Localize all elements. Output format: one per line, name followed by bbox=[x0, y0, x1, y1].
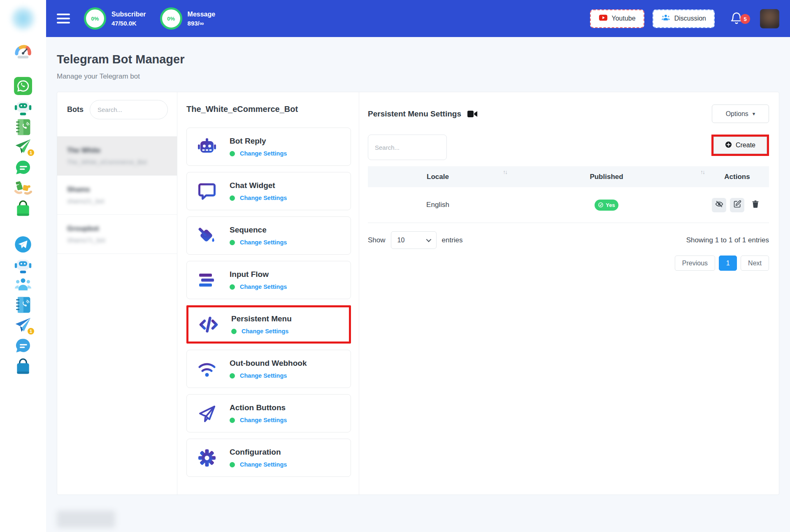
subscriber-progress-ring: 0% bbox=[84, 7, 106, 30]
feature-card-out-bound-webhook[interactable]: Out-bound WebhookChange Settings bbox=[186, 350, 351, 388]
integrations-icon[interactable] bbox=[14, 179, 32, 197]
user-avatar[interactable] bbox=[760, 9, 779, 28]
whatsapp-shop-icon[interactable] bbox=[14, 200, 32, 218]
main-content: Telegram Bot Manager Manage your Telegra… bbox=[46, 37, 790, 532]
message-percent: 0% bbox=[167, 16, 175, 22]
message-value: 893/∞ bbox=[188, 20, 216, 27]
subscriber-value: 47/50.0K bbox=[112, 20, 146, 27]
feature-title: Bot Reply bbox=[230, 137, 287, 146]
top-navbar: 0% Subscriber 47/50.0K 0% Message 893/∞ … bbox=[46, 0, 790, 37]
create-button[interactable]: Create bbox=[713, 137, 767, 154]
change-settings-link[interactable]: Change Settings bbox=[240, 283, 287, 290]
bots-list: The WhiteThe_White_eCommerce_BotShamssha… bbox=[57, 136, 177, 254]
message-label: Message bbox=[188, 11, 216, 18]
pagination: Previous 1 Next bbox=[368, 256, 769, 271]
settings-column: Persistent Menu Settings Options ▾ bbox=[359, 92, 779, 495]
feature-card-configuration[interactable]: ConfigurationChange Settings bbox=[186, 439, 351, 477]
locale-cell: English bbox=[368, 201, 508, 209]
entries-label: entries bbox=[442, 236, 463, 244]
bot-list-item[interactable]: GroupbotShams71_bot bbox=[57, 215, 177, 254]
whatsapp-chat-icon[interactable] bbox=[14, 159, 32, 177]
page-size-select[interactable]: 10 bbox=[391, 231, 437, 249]
edit-action-button[interactable] bbox=[730, 198, 744, 212]
bot-name: Shams bbox=[67, 186, 167, 194]
input-flow-icon bbox=[196, 270, 218, 290]
previous-page-button[interactable]: Previous bbox=[675, 256, 715, 271]
showing-entries-text: Showing 1 to 1 of 1 entries bbox=[686, 236, 769, 244]
eye-slash-icon bbox=[715, 200, 723, 210]
create-button-label: Create bbox=[736, 142, 755, 149]
chevron-down-icon: ▾ bbox=[753, 111, 755, 117]
count-badge: 1 bbox=[27, 327, 35, 335]
menu-search-input[interactable] bbox=[368, 135, 447, 160]
bots-heading: Bots bbox=[67, 105, 84, 114]
feature-card-persistent-menu[interactable]: Persistent MenuChange Settings bbox=[186, 305, 351, 344]
hide-action-button[interactable] bbox=[712, 198, 726, 212]
change-settings-link[interactable]: Change Settings bbox=[242, 328, 288, 335]
telegram-shop-icon[interactable] bbox=[14, 358, 32, 376]
status-dot bbox=[230, 284, 235, 290]
subscriber-stat: 0% Subscriber 47/50.0K bbox=[84, 7, 146, 30]
status-dot bbox=[230, 418, 235, 423]
whatsapp-contacts-icon[interactable] bbox=[14, 118, 32, 136]
delete-action-button[interactable] bbox=[748, 198, 762, 212]
table-body: EnglishYes bbox=[368, 187, 769, 223]
status-dot bbox=[230, 240, 235, 245]
options-button[interactable]: Options ▾ bbox=[712, 105, 769, 123]
feature-title: Sequence bbox=[230, 225, 287, 235]
youtube-icon bbox=[599, 13, 608, 24]
bot-list-item[interactable]: Shamsshams21_bot bbox=[57, 176, 177, 215]
column-header-actions: Actions bbox=[705, 173, 769, 181]
edit-icon bbox=[733, 200, 741, 210]
locales-table: Locale ↑↓ Published ↑↓ Actions EnglishYe… bbox=[368, 166, 769, 223]
feature-title: Configuration bbox=[230, 448, 287, 457]
video-tutorial-icon[interactable] bbox=[467, 110, 478, 118]
change-settings-link[interactable]: Change Settings bbox=[240, 150, 287, 157]
feature-card-input-flow[interactable]: Input FlowChange Settings bbox=[186, 261, 351, 299]
telegram-chat-icon[interactable] bbox=[14, 337, 32, 355]
youtube-button-label: Youtube bbox=[612, 15, 636, 22]
app-logo[interactable] bbox=[10, 5, 36, 32]
telegram-icon[interactable] bbox=[14, 235, 32, 253]
change-settings-link[interactable]: Change Settings bbox=[240, 372, 287, 379]
bot-list-item[interactable]: The WhiteThe_White_eCommerce_Bot bbox=[57, 137, 177, 176]
table-row: EnglishYes bbox=[368, 187, 769, 223]
telegram-broadcast-icon[interactable]: 1 bbox=[14, 316, 32, 334]
bot-username: Shams71_bot bbox=[67, 237, 167, 244]
whatsapp-bot-icon[interactable] bbox=[14, 98, 32, 116]
notifications-bell[interactable]: 5 bbox=[730, 12, 744, 26]
bots-search-input[interactable] bbox=[90, 100, 168, 119]
column-header-published: Published ↑↓ bbox=[508, 173, 705, 181]
status-dot bbox=[230, 462, 235, 467]
page-subtitle: Manage your Telegram bot bbox=[57, 72, 779, 81]
change-settings-link[interactable]: Change Settings bbox=[240, 195, 287, 201]
youtube-button[interactable]: Youtube bbox=[590, 9, 644, 28]
page-title: Telegram Bot Manager bbox=[57, 53, 779, 66]
table-header: Locale ↑↓ Published ↑↓ Actions bbox=[368, 166, 769, 187]
bots-column: Bots The WhiteThe_White_eCommerce_BotSha… bbox=[57, 92, 177, 495]
change-settings-link[interactable]: Change Settings bbox=[240, 461, 287, 468]
change-settings-link[interactable]: Change Settings bbox=[240, 417, 287, 423]
next-page-button[interactable]: Next bbox=[741, 256, 769, 271]
feature-card-sequence[interactable]: SequenceChange Settings bbox=[186, 216, 351, 255]
hamburger-menu-icon[interactable] bbox=[57, 14, 70, 23]
feature-card-bot-reply[interactable]: Bot ReplyChange Settings bbox=[186, 128, 351, 166]
message-stat: 0% Message 893/∞ bbox=[160, 7, 216, 30]
feature-title: Chat Widget bbox=[230, 181, 287, 190]
sort-icon[interactable]: ↑↓ bbox=[700, 169, 704, 175]
sequence-icon bbox=[196, 226, 218, 246]
page-1-button[interactable]: 1 bbox=[719, 256, 737, 271]
whatsapp-broadcast-icon[interactable]: 1 bbox=[14, 137, 32, 156]
outbound-webhook-icon bbox=[196, 359, 218, 379]
discussion-button[interactable]: Discussion bbox=[653, 9, 715, 28]
sort-icon[interactable]: ↑↓ bbox=[503, 169, 507, 175]
whatsapp-icon[interactable] bbox=[14, 77, 32, 95]
telegram-group-icon[interactable] bbox=[14, 276, 32, 294]
feature-card-chat-widget[interactable]: Chat WidgetChange Settings bbox=[186, 172, 351, 210]
telegram-contacts-icon[interactable] bbox=[14, 296, 32, 314]
dashboard-gauge-icon[interactable] bbox=[14, 42, 32, 60]
feature-title: Action Buttons bbox=[230, 403, 287, 412]
telegram-bot-icon[interactable] bbox=[14, 256, 32, 274]
change-settings-link[interactable]: Change Settings bbox=[240, 239, 287, 246]
feature-card-action-buttons[interactable]: Action ButtonsChange Settings bbox=[186, 394, 351, 432]
